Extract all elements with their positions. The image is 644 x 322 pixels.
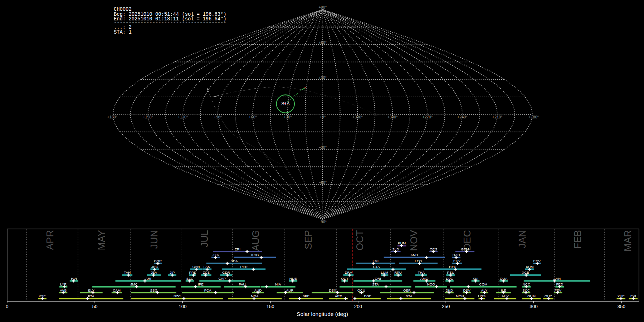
svg-text:NOV: NOV: [409, 230, 419, 251]
svg-text:50: 50: [92, 304, 98, 309]
svg-text:AUR: AUR: [286, 288, 294, 292]
svg-text:−60°: −60°: [318, 180, 327, 185]
svg-text:PER: PER: [240, 265, 248, 269]
svg-text:AND: AND: [410, 253, 418, 257]
svg-text:HYD: HYD: [449, 265, 457, 269]
svg-text:RPU: RPU: [394, 270, 402, 274]
svg-text:+300°: +300°: [387, 115, 398, 119]
svg-text:+60°: +60°: [249, 115, 257, 119]
svg-text:Solar longitude (deg): Solar longitude (deg): [297, 311, 348, 317]
svg-text:+330°: +330°: [352, 115, 363, 119]
svg-text:+120°: +120°: [178, 115, 188, 119]
svg-text:KSE: KSE: [39, 294, 46, 298]
svg-text:300: 300: [530, 304, 537, 309]
svg-text:MAY: MAY: [96, 230, 107, 250]
svg-text:JUL: JUL: [199, 230, 210, 247]
svg-text:SCC: SCC: [522, 288, 530, 292]
svg-text:MON: MON: [456, 294, 464, 298]
svg-text:SSG: SSG: [150, 288, 158, 292]
svg-text:LEO: LEO: [415, 259, 422, 263]
svg-text:+30°: +30°: [318, 75, 327, 80]
svg-text:ORS: ORS: [430, 247, 438, 251]
svg-text:ARD: ARD: [335, 294, 342, 298]
svg-text:SDA: SDA: [230, 259, 238, 263]
svg-text:350: 350: [618, 304, 625, 309]
svg-text:LYR: LYR: [60, 282, 67, 286]
svg-text:PSU: PSU: [447, 270, 454, 274]
svg-text:GUM: GUM: [527, 294, 536, 298]
svg-text:LMI: LMI: [373, 259, 379, 263]
svg-text:SEP: SEP: [303, 230, 314, 249]
svg-text:KUM: KUM: [398, 241, 406, 245]
svg-text:100: 100: [179, 304, 186, 309]
svg-text:JIP: JIP: [170, 270, 175, 274]
svg-text:+30°: +30°: [284, 115, 292, 119]
svg-text:ZCS: ZCS: [203, 270, 210, 274]
svg-text:AUG: AUG: [250, 230, 261, 251]
svg-text:GEM: GEM: [461, 247, 469, 251]
svg-text:+150°: +150°: [143, 115, 153, 119]
svg-text:AVB: AVB: [60, 288, 67, 292]
svg-text:NUE: NUE: [289, 277, 297, 280]
svg-text:ORI: ORI: [375, 277, 381, 280]
svg-text:OCU: OCU: [357, 288, 365, 292]
svg-text:STA: STA: [372, 282, 379, 286]
svg-text:APR: APR: [45, 230, 55, 250]
svg-text:DKD: DKD: [445, 288, 453, 292]
svg-text:+90°: +90°: [214, 115, 222, 119]
svg-text:XHE: XHE: [618, 294, 625, 298]
svg-text:FTA: FTA: [88, 294, 94, 298]
svg-text:ALY: ALY: [481, 288, 488, 292]
svg-text:OCT: OCT: [341, 277, 348, 280]
svg-text:+210°: +210°: [492, 115, 503, 119]
svg-text:PAU: PAU: [239, 282, 245, 286]
svg-text:STA: STA: [281, 101, 290, 106]
svg-text:JEA: JEA: [151, 270, 157, 274]
svg-text:OCT: OCT: [355, 230, 365, 250]
svg-text:SLD: SLD: [392, 247, 399, 251]
svg-text:NZC: NZC: [174, 294, 181, 298]
svg-text:0: 0: [6, 304, 8, 309]
svg-text:KCG: KCG: [251, 253, 259, 257]
svg-text:CTA: CTA: [373, 265, 380, 269]
svg-text:JXA: JXA: [213, 253, 219, 257]
svg-text:+270°: +270°: [422, 115, 433, 119]
svg-text:NOO: NOO: [427, 282, 435, 286]
svg-text:HVI: HVI: [71, 277, 77, 280]
svg-text:CAM: CAM: [113, 288, 121, 292]
svg-text:NTA: NTA: [406, 294, 413, 298]
svg-text:CAP: CAP: [219, 277, 226, 280]
svg-text:ILE: ILE: [501, 288, 506, 292]
svg-text:ARI: ARI: [145, 277, 151, 280]
svg-text:200: 200: [354, 304, 362, 309]
svg-text:AHY: AHY: [502, 294, 509, 298]
svg-text:PPS: PPS: [189, 270, 196, 274]
svg-text:TAH: TAH: [124, 270, 131, 274]
svg-text:THA: THA: [418, 270, 425, 274]
svg-text:URS: URS: [478, 294, 486, 298]
svg-text:SPE: SPE: [302, 294, 309, 298]
svg-text:STA: 1: STA: 1: [114, 30, 132, 35]
svg-text:PCA: PCA: [204, 288, 212, 292]
svg-text:150: 150: [266, 304, 274, 309]
svg-text:NDA: NDA: [251, 294, 259, 298]
svg-text:XCB: XCB: [522, 270, 530, 274]
svg-text:FED: FED: [556, 282, 563, 286]
svg-text:DSV: DSV: [463, 288, 471, 292]
svg-text:AMO: AMO: [420, 277, 429, 280]
svg-text:OER: OER: [403, 288, 411, 292]
svg-text:DPC: DPC: [446, 277, 453, 280]
svg-text:COR: COR: [154, 259, 162, 263]
svg-text:250: 250: [442, 304, 450, 309]
svg-text:+90°: +90°: [318, 5, 327, 9]
svg-text:EGE: EGE: [364, 294, 371, 298]
svg-text:FEB: FEB: [572, 230, 583, 249]
svg-text:CAN: CAN: [192, 265, 200, 269]
svg-text:QUA: QUA: [500, 277, 508, 280]
svg-text:+180°: +180°: [107, 115, 117, 119]
svg-text:NIA: NIA: [275, 282, 281, 286]
svg-text:+0°: +0°: [319, 115, 326, 119]
svg-text:COM: COM: [479, 282, 487, 286]
svg-text:+60°: +60°: [318, 40, 327, 45]
svg-text:XVI: XVI: [473, 277, 478, 280]
